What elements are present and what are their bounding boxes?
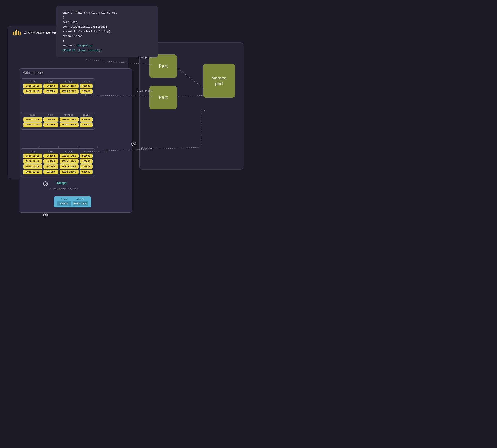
- code-line-7: ): [62, 39, 152, 43]
- col-header-town-m: town: [44, 150, 58, 153]
- merge-label: Merge: [57, 181, 66, 185]
- cell-town: MALTON: [44, 164, 58, 169]
- step-2-circle: ②: [43, 181, 48, 186]
- merged-part-table: + + + + date town street price 2020-12-1…: [21, 148, 95, 177]
- step-4-circle: ④: [131, 142, 136, 146]
- data-part-1: date town street price 2020-12-19 LONDON…: [21, 79, 95, 96]
- cell-date: 2020-12-19: [23, 89, 42, 94]
- idx-header-town: town: [57, 198, 71, 200]
- idx-cell-street: ABBEY LANE: [73, 201, 88, 206]
- storage-part-2: Part: [149, 86, 177, 109]
- col-header-price-m: price: [80, 150, 93, 153]
- step-3-label: ③: [43, 213, 48, 217]
- cell-town: LONDON: [44, 154, 58, 158]
- code-line-5: street LowCardinality(String),: [62, 29, 152, 34]
- col-header-town-1: town: [44, 80, 58, 83]
- cell-price: 160000: [80, 123, 93, 127]
- code-line-6: price UInt64: [62, 34, 152, 39]
- step-4-label: ④: [131, 142, 136, 146]
- cell-date: 2020-12-19: [23, 117, 42, 122]
- cell-town: LONDON: [44, 117, 58, 122]
- code-line-4: town LowCardinality(String),: [62, 25, 152, 29]
- col-header-street-m: street: [60, 150, 78, 153]
- merged-part-box: Merged part: [203, 64, 235, 98]
- storage-panel: Storage Part Part Merged part: [140, 42, 243, 170]
- cell-street: EGHAM ROAD: [60, 84, 78, 88]
- cell-date: 2020-12-19: [23, 123, 42, 127]
- code-line-3: date Date,: [62, 20, 152, 25]
- cell-date: 2020-12-19: [23, 159, 42, 164]
- step-2-label: ②: [43, 181, 48, 186]
- storage-part-1: Part: [149, 54, 177, 78]
- primary-index-box: town street LONDON ABBEY LANE: [54, 196, 91, 207]
- idx-cell-town: LONDON: [57, 201, 71, 206]
- cell-price: 420000: [80, 159, 93, 164]
- col-header-street-1: street: [60, 80, 78, 83]
- table-row: 2020-12-19 OXFORD EDEN DRIVE 960000: [23, 89, 93, 94]
- cell-town: OXFORD: [44, 89, 58, 94]
- col-header-price-1: price: [80, 80, 93, 83]
- table-row: 2020-12-19 MALTON NORTH ROAD 160000: [23, 123, 93, 127]
- cell-town: OXFORD: [44, 170, 58, 174]
- cell-price: 960000: [80, 89, 93, 94]
- col-header-date-1: date: [23, 80, 42, 83]
- cell-street: NORTH ROAD: [60, 123, 78, 127]
- data-part-2: date town street price 2020-12-19 LONDON…: [21, 112, 95, 130]
- cell-street: EDEN DRIVE: [60, 170, 78, 174]
- col-header-date-2: date: [23, 114, 42, 116]
- cell-date: 2020-12-19: [23, 170, 42, 174]
- code-block: CREATE TABLE uk_price_paid_simple ( date…: [56, 6, 158, 57]
- cell-price: 160000: [80, 164, 93, 169]
- cell-town: MALTON: [44, 123, 58, 127]
- cell-price: 420000: [80, 84, 93, 88]
- main-memory-label: Main memory: [19, 69, 132, 77]
- code-line-2: (: [62, 15, 152, 20]
- table-row: 2020-12-19 MALTON NORTH ROAD 160000: [23, 164, 93, 169]
- col-header-date-m: date: [23, 150, 42, 153]
- table-row: 2020-12-19 LONDON ABBEY LANE 850000: [23, 154, 93, 158]
- cell-price: 960000: [80, 170, 93, 174]
- cell-street: NORTH ROAD: [60, 164, 78, 169]
- main-memory-box: Main memory date town street price 2020-…: [19, 68, 132, 213]
- cell-town: LONDON: [44, 159, 58, 164]
- cell-date: 2020-12-19: [23, 84, 42, 88]
- code-line-1: CREATE TABLE uk_price_paid_simple: [62, 11, 152, 15]
- code-line-9: ORDER BY (town, street);: [62, 48, 152, 53]
- idx-header-street: street: [73, 198, 88, 200]
- cell-street: ABBEY LANE: [60, 154, 78, 158]
- step-3-circle: ③: [43, 213, 48, 217]
- clickhouse-logo: [13, 30, 21, 35]
- cell-street: EDEN DRIVE: [60, 89, 78, 94]
- table-row: 2020-12-19 OXFORD EDEN DRIVE 960000: [23, 170, 93, 174]
- cell-date: 2020-12-19: [23, 154, 42, 158]
- decompress-label-2: Decompress: [137, 89, 152, 92]
- sparse-index-label: + new sparse primary index: [50, 187, 78, 190]
- cell-town: LONDON: [44, 84, 58, 88]
- compress-label: Compress: [141, 147, 154, 150]
- cell-street: EGHAM ROAD: [60, 159, 78, 164]
- code-line-8: ENGINE = MergeTree: [62, 43, 152, 48]
- cell-price: 850000: [80, 154, 93, 158]
- cell-date: 2020-12-19: [23, 164, 42, 169]
- cell-price: 850000: [80, 117, 93, 122]
- table-row: 2020-12-19 LONDON ABBEY LANE 850000: [23, 117, 93, 122]
- table-row: 2020-12-19 LONDON EGHAM ROAD 420000: [23, 84, 93, 88]
- table-row: 2020-12-19 LONDON EGHAM ROAD 420000: [23, 159, 93, 164]
- col-header-price-2: price: [80, 114, 93, 116]
- col-header-town-2: town: [44, 114, 58, 116]
- cell-street: ABBEY LANE: [60, 117, 78, 122]
- col-header-street-2: street: [60, 114, 78, 116]
